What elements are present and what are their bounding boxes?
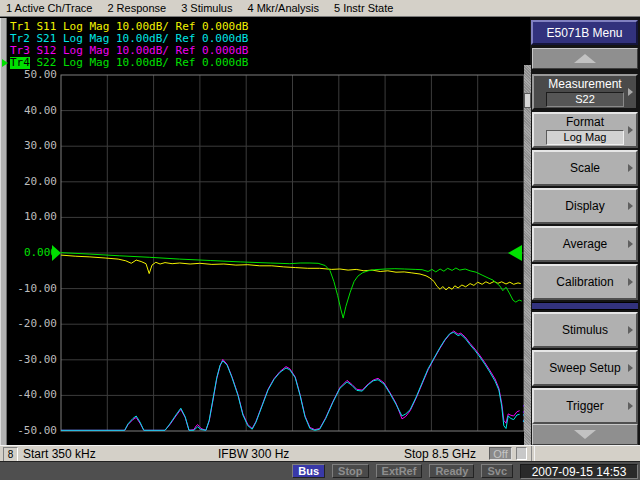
sidebar-scrollbar[interactable] (524, 65, 531, 445)
softkey-label: Display (565, 199, 604, 213)
menu-item[interactable]: 4 Mkr/Analysis (247, 2, 319, 14)
softkey-value: Log Mag (546, 130, 624, 145)
status-bar: 8 Start 350 kHz IFBW 300 Hz Stop 8.5 GHz… (0, 445, 640, 461)
off-indicator: Off (489, 447, 512, 460)
up-arrow-icon (574, 54, 596, 63)
softkey-sweep-setup[interactable]: Sweep Setup (532, 350, 638, 386)
menu-item[interactable]: 2 Response (107, 2, 166, 14)
trace-tr2 (61, 332, 520, 430)
softkey-average[interactable]: Average (532, 226, 638, 262)
datetime-display: 2007-09-15 14:53 (520, 464, 638, 479)
scroll-up-button[interactable] (532, 48, 638, 69)
status-indicators: BusStopExtRefReadySvc (292, 464, 513, 478)
softkey-value: S22 (546, 92, 624, 107)
softkey-sidebar: E5071B Menu MeasurementS22FormatLog MagS… (530, 17, 640, 462)
submenu-arrow-icon (628, 326, 633, 334)
softkey-calibration[interactable]: Calibration (532, 264, 638, 300)
trace-settings-text: S22 Log Mag 10.00dB/ Ref 0.000dB (30, 57, 249, 69)
softkey-stimulus[interactable]: Stimulus (532, 312, 638, 348)
softkey-label: Trigger (566, 399, 604, 413)
status-indicator-bus: Bus (292, 464, 325, 478)
softkey-measurement[interactable]: MeasurementS22 (532, 74, 638, 110)
submenu-arrow-icon (628, 202, 633, 210)
analyzer-screen: 1 Active Ch/Trace2 Response3 Stimulus4 M… (0, 0, 640, 480)
softkey-trigger[interactable]: Trigger (532, 388, 638, 424)
status-divider (531, 446, 535, 461)
softkey-separator (532, 302, 638, 310)
softkey-scale[interactable]: Scale (532, 150, 638, 186)
status-indicator-svc: Svc (481, 464, 513, 478)
ref-level-marker-left (52, 245, 61, 261)
arrow-slot (1, 21, 10, 33)
softkey-buttons: MeasurementS22FormatLog MagScaleDisplayA… (532, 74, 638, 424)
channel-indicator: 8 (3, 447, 18, 462)
trace-tr3 (61, 331, 520, 430)
scrollbar-thumb[interactable] (524, 93, 531, 108)
stop-frequency: Stop 8.5 GHz (404, 447, 476, 461)
softkey-label: Sweep Setup (549, 361, 620, 375)
submenu-arrow-icon (628, 126, 633, 134)
start-frequency: Start 350 kHz (23, 447, 96, 461)
ifbw-value: IFBW 300 Hz (218, 447, 289, 461)
status-indicator-ready: Ready (429, 464, 474, 478)
window-left-edge (0, 18, 7, 445)
s-parameter-plot: 1234 (50, 72, 536, 436)
menu-item[interactable]: 3 Stimulus (181, 2, 232, 14)
trace-tr1 (61, 255, 521, 290)
arrow-slot (1, 45, 10, 57)
menu-title: E5071B Menu (531, 20, 638, 45)
ref-level-marker-right (508, 245, 522, 261)
softkey-label: Measurement (548, 77, 621, 91)
softkey-label: Stimulus (562, 323, 608, 337)
menu-item[interactable]: 5 Instr State (334, 2, 393, 14)
active-trace-arrow-icon (1, 57, 10, 69)
softkey-label: Average (563, 237, 607, 251)
softkey-label: Scale (570, 161, 600, 175)
submenu-arrow-icon (628, 364, 633, 372)
softkey-display[interactable]: Display (532, 188, 638, 224)
submenu-arrow-icon (628, 164, 633, 172)
status-indicator-stop: Stop (332, 464, 368, 478)
softkey-format[interactable]: FormatLog Mag (532, 112, 638, 148)
status-indicator-extref: ExtRef (376, 464, 423, 478)
submenu-arrow-icon (628, 240, 633, 248)
status-mini-box (516, 447, 527, 460)
softkey-label: Format (566, 115, 604, 129)
submenu-arrow-icon (628, 88, 633, 96)
down-arrow-icon (574, 430, 596, 439)
submenu-arrow-icon (628, 278, 633, 286)
scroll-down-button[interactable] (532, 424, 638, 445)
arrow-slot (1, 33, 10, 45)
instrument-status-bar: BusStopExtRefReadySvc 2007-09-15 14:53 (0, 461, 640, 480)
chart-svg: 1234 (50, 72, 536, 436)
menu-bar: 1 Active Ch/Trace2 Response3 Stimulus4 M… (0, 0, 640, 17)
submenu-arrow-icon (628, 402, 633, 410)
softkey-label: Calibration (556, 275, 613, 289)
